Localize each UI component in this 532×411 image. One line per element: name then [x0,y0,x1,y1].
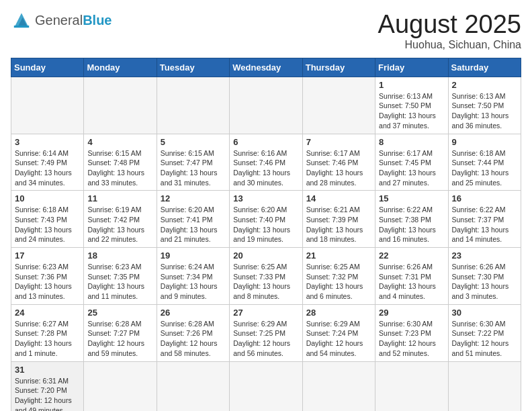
day-info: Sunrise: 6:15 AM Sunset: 7:48 PM Dayligh… [87,148,152,188]
day-number: 31 [15,365,80,375]
calendar-cell [11,77,84,134]
calendar-cell: 27Sunrise: 6:29 AM Sunset: 7:25 PM Dayli… [230,304,302,361]
day-number: 24 [15,308,80,318]
day-number: 30 [452,308,517,318]
calendar-cell [302,361,375,411]
calendar-cell [84,361,157,411]
day-number: 13 [233,193,298,203]
calendar-cell: 29Sunrise: 6:30 AM Sunset: 7:23 PM Dayli… [375,304,448,361]
calendar-cell [84,77,157,134]
day-number: 5 [161,137,226,147]
day-info: Sunrise: 6:30 AM Sunset: 7:23 PM Dayligh… [379,319,444,359]
calendar-cell [375,361,448,411]
day-info: Sunrise: 6:25 AM Sunset: 7:32 PM Dayligh… [306,262,371,302]
day-number: 12 [161,193,226,203]
calendar-week-row: 31Sunrise: 6:31 AM Sunset: 7:20 PM Dayli… [11,361,521,411]
day-info: Sunrise: 6:16 AM Sunset: 7:46 PM Dayligh… [233,148,298,188]
day-number: 21 [306,250,371,261]
day-number: 16 [452,193,517,203]
day-number: 15 [379,193,444,203]
day-number: 23 [452,250,517,261]
weekday-header: Saturday [448,58,521,77]
day-info: Sunrise: 6:28 AM Sunset: 7:26 PM Dayligh… [161,319,226,359]
day-number: 18 [87,250,152,261]
day-number: 25 [87,308,152,318]
day-info: Sunrise: 6:27 AM Sunset: 7:28 PM Dayligh… [15,319,80,359]
calendar-week-row: 1Sunrise: 6:13 AM Sunset: 7:50 PM Daylig… [11,77,521,134]
calendar-cell: 28Sunrise: 6:29 AM Sunset: 7:24 PM Dayli… [302,304,375,361]
day-info: Sunrise: 6:28 AM Sunset: 7:27 PM Dayligh… [87,319,152,359]
month-title: August 2025 [378,11,521,39]
day-info: Sunrise: 6:30 AM Sunset: 7:22 PM Dayligh… [452,319,517,359]
calendar-table: SundayMondayTuesdayWednesdayThursdayFrid… [11,58,521,411]
day-info: Sunrise: 6:26 AM Sunset: 7:30 PM Dayligh… [452,262,517,302]
weekday-header: Tuesday [157,58,229,77]
calendar-cell: 11Sunrise: 6:19 AM Sunset: 7:42 PM Dayli… [84,191,157,248]
day-info: Sunrise: 6:13 AM Sunset: 7:50 PM Dayligh… [452,91,517,131]
logo-text: GeneralBlue [35,13,112,28]
calendar-cell: 1Sunrise: 6:13 AM Sunset: 7:50 PM Daylig… [375,77,448,134]
day-info: Sunrise: 6:18 AM Sunset: 7:44 PM Dayligh… [452,148,517,188]
day-info: Sunrise: 6:31 AM Sunset: 7:20 PM Dayligh… [15,376,80,411]
logo-icon [11,11,32,30]
day-number: 14 [306,193,371,203]
day-number: 8 [379,137,444,147]
day-info: Sunrise: 6:14 AM Sunset: 7:49 PM Dayligh… [15,148,80,188]
calendar-cell: 15Sunrise: 6:22 AM Sunset: 7:38 PM Dayli… [375,191,448,248]
day-number: 26 [161,308,226,318]
calendar-cell: 31Sunrise: 6:31 AM Sunset: 7:20 PM Dayli… [11,361,84,411]
calendar-cell: 8Sunrise: 6:17 AM Sunset: 7:45 PM Daylig… [375,134,448,191]
calendar-cell: 5Sunrise: 6:15 AM Sunset: 7:47 PM Daylig… [157,134,229,191]
calendar-cell: 21Sunrise: 6:25 AM Sunset: 7:32 PM Dayli… [302,248,375,305]
day-info: Sunrise: 6:22 AM Sunset: 7:38 PM Dayligh… [379,205,444,244]
day-info: Sunrise: 6:13 AM Sunset: 7:50 PM Dayligh… [379,91,444,131]
calendar-cell: 14Sunrise: 6:21 AM Sunset: 7:39 PM Dayli… [302,191,375,248]
weekday-header: Sunday [11,58,84,77]
calendar-cell: 20Sunrise: 6:25 AM Sunset: 7:33 PM Dayli… [230,248,302,305]
calendar-week-row: 10Sunrise: 6:18 AM Sunset: 7:43 PM Dayli… [11,191,521,248]
day-info: Sunrise: 6:25 AM Sunset: 7:33 PM Dayligh… [233,262,298,302]
calendar-cell: 19Sunrise: 6:24 AM Sunset: 7:34 PM Dayli… [157,248,229,305]
weekday-header: Monday [84,58,157,77]
calendar-cell: 16Sunrise: 6:22 AM Sunset: 7:37 PM Dayli… [448,191,521,248]
day-number: 20 [233,250,298,261]
day-number: 9 [452,137,517,147]
day-number: 22 [379,250,444,261]
calendar-cell [448,361,521,411]
calendar-cell: 24Sunrise: 6:27 AM Sunset: 7:28 PM Dayli… [11,304,84,361]
svg-rect-2 [14,26,29,28]
weekday-header: Friday [375,58,448,77]
day-info: Sunrise: 6:20 AM Sunset: 7:40 PM Dayligh… [233,205,298,244]
calendar-cell [302,77,375,134]
calendar-header-row: SundayMondayTuesdayWednesdayThursdayFrid… [11,58,521,77]
calendar-week-row: 17Sunrise: 6:23 AM Sunset: 7:36 PM Dayli… [11,248,521,305]
day-number: 19 [161,250,226,261]
calendar-cell [157,77,229,134]
title-section: August 2025 Huohua, Sichuan, China [378,11,521,51]
day-number: 2 [452,80,517,90]
calendar-cell: 2Sunrise: 6:13 AM Sunset: 7:50 PM Daylig… [448,77,521,134]
day-info: Sunrise: 6:20 AM Sunset: 7:41 PM Dayligh… [161,205,226,244]
calendar-cell [230,361,302,411]
calendar-cell [157,361,229,411]
day-number: 11 [87,193,152,203]
day-number: 6 [233,137,298,147]
day-info: Sunrise: 6:17 AM Sunset: 7:45 PM Dayligh… [379,148,444,188]
day-info: Sunrise: 6:15 AM Sunset: 7:47 PM Dayligh… [161,148,226,188]
day-number: 10 [15,193,80,203]
calendar-cell: 9Sunrise: 6:18 AM Sunset: 7:44 PM Daylig… [448,134,521,191]
day-number: 28 [306,308,371,318]
calendar-cell: 26Sunrise: 6:28 AM Sunset: 7:26 PM Dayli… [157,304,229,361]
calendar-cell: 30Sunrise: 6:30 AM Sunset: 7:22 PM Dayli… [448,304,521,361]
day-info: Sunrise: 6:18 AM Sunset: 7:43 PM Dayligh… [15,205,80,244]
day-info: Sunrise: 6:23 AM Sunset: 7:35 PM Dayligh… [87,262,152,302]
calendar-cell: 6Sunrise: 6:16 AM Sunset: 7:46 PM Daylig… [230,134,302,191]
day-info: Sunrise: 6:22 AM Sunset: 7:37 PM Dayligh… [452,205,517,244]
day-info: Sunrise: 6:29 AM Sunset: 7:24 PM Dayligh… [306,319,371,359]
calendar-cell: 17Sunrise: 6:23 AM Sunset: 7:36 PM Dayli… [11,248,84,305]
day-number: 3 [15,137,80,147]
calendar-cell: 22Sunrise: 6:26 AM Sunset: 7:31 PM Dayli… [375,248,448,305]
location-title: Huohua, Sichuan, China [378,39,521,51]
day-info: Sunrise: 6:17 AM Sunset: 7:46 PM Dayligh… [306,148,371,188]
day-number: 27 [233,308,298,318]
